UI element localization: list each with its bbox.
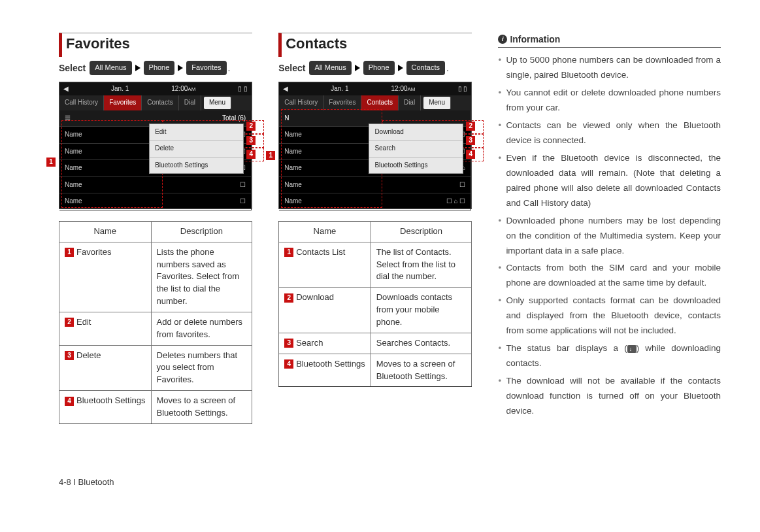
marker-icon: 2: [466, 122, 475, 131]
popup-bluetooth: Bluetooth Settings: [369, 158, 463, 174]
tab-call-history: Call History: [59, 95, 104, 110]
information-heading: i Information: [498, 33, 721, 48]
info-icon: i: [498, 35, 507, 44]
list-item: Name☐: [59, 177, 251, 194]
table-row: 4Bluetooth Settings Moves to a screen of…: [59, 391, 252, 424]
period: .: [446, 61, 449, 75]
marker-icon: 4: [466, 150, 475, 159]
table-row: 2Download Downloads contacts from your m…: [279, 288, 472, 333]
status-date: Jan. 1: [111, 84, 129, 94]
favorites-desc-table: Name Description 1Favorites Lists the ph…: [59, 221, 252, 424]
col-desc: Description: [151, 221, 252, 242]
contacts-column: Contacts Select All Menus Phone Contacts…: [278, 33, 472, 437]
chevron-right-icon: [178, 65, 183, 71]
marker-icon: 2: [246, 122, 256, 131]
chevron-right-icon: [355, 65, 360, 71]
menu-button: Menu: [204, 97, 231, 109]
tab-call-history: Call History: [279, 95, 323, 110]
path-phone: Phone: [363, 61, 395, 75]
list-item: Name☐: [59, 193, 251, 210]
marker-icon: 3: [466, 136, 475, 145]
path-contacts: Contacts: [406, 61, 445, 75]
favorites-column: Favorites Select All Menus Phone Favorit…: [59, 33, 252, 437]
table-row: 4Bluetooth Settings Moves to a screen of…: [279, 354, 472, 387]
popup-bluetooth: Bluetooth Settings: [150, 158, 243, 174]
context-menu: Download Search Bluetooth Settings: [369, 124, 463, 175]
marker-icon: 3: [246, 136, 256, 145]
col-name: Name: [279, 221, 371, 242]
tab-contacts: Contacts: [361, 95, 398, 110]
info-item: Downloaded phone numbers may be lost dep…: [498, 214, 721, 259]
info-item: Contacts can be viewed only when the Blu…: [498, 118, 721, 148]
table-row: 2Edit Add or delete numbers from favorit…: [59, 312, 252, 345]
marker-icon: 1: [46, 158, 56, 167]
contacts-title: Contacts: [278, 33, 472, 57]
info-item: The status bar displays a () while downl…: [498, 341, 721, 371]
tab-dial: Dial: [399, 95, 421, 110]
info-item: Contacts from both the SIM card and your…: [498, 261, 721, 291]
popup-edit: Edit: [150, 124, 243, 141]
popup-search: Search: [369, 141, 463, 158]
col-desc: Description: [371, 221, 472, 242]
period: .: [228, 61, 231, 75]
info-item: Only supported contacts format can be do…: [498, 293, 721, 339]
info-item: The download will not be available if th…: [498, 374, 721, 419]
select-label: Select: [59, 61, 86, 75]
table-row: 3Search Searches Contacts.: [279, 333, 472, 354]
back-icon: ◀: [63, 84, 69, 94]
status-time: 12:00: [391, 85, 408, 92]
page-footer: 4-8 I Bluetooth: [59, 476, 721, 489]
tab-contacts: Contacts: [142, 95, 178, 110]
info-item: You cannot edit or delete downloaded pho…: [498, 86, 721, 116]
select-label: Select: [278, 61, 305, 75]
contacts-screenshot: ◀ Jan. 1 12:00AM ▯ ▯ Call History Favori…: [278, 82, 472, 209]
contacts-breadcrumb: Select All Menus Phone Contacts .: [278, 61, 472, 75]
popup-download: Download: [369, 124, 463, 141]
contacts-desc-table: Name Description 1Contacts List The list…: [278, 221, 472, 388]
menu-button: Menu: [423, 97, 451, 109]
list-item: Name☐ ⌂ ☐: [279, 193, 471, 210]
tab-favorites: Favorites: [104, 95, 142, 110]
status-time: 12:00: [171, 85, 188, 92]
table-row: 1Favorites Lists the phone numbers saved…: [59, 242, 252, 312]
info-item: Even if the Bluetooth device is disconne…: [498, 151, 721, 211]
status-icons: ▯ ▯: [238, 84, 248, 94]
chevron-right-icon: [135, 65, 140, 71]
info-item: Up to 5000 phone numbers can be download…: [498, 53, 721, 83]
table-row: 3Delete Deletes numbers that you select …: [59, 345, 252, 391]
path-phone: Phone: [144, 61, 175, 75]
path-all-menus: All Menus: [90, 61, 131, 75]
information-list: Up to 5000 phone numbers can be download…: [498, 53, 721, 419]
marker-icon: 4: [246, 150, 256, 159]
tab-favorites: Favorites: [323, 95, 361, 110]
tab-dial: Dial: [179, 95, 201, 110]
list-item: Name☐: [279, 177, 471, 194]
favorites-title: Favorites: [59, 33, 252, 57]
marker-icon: 1: [266, 151, 275, 160]
context-menu: Edit Delete Bluetooth Settings: [149, 124, 244, 175]
col-name: Name: [59, 221, 152, 242]
chevron-right-icon: [398, 65, 403, 71]
path-favorites: Favorites: [186, 61, 226, 75]
status-date: Jan. 1: [331, 84, 348, 94]
favorites-breadcrumb: Select All Menus Phone Favorites .: [59, 61, 252, 75]
popup-delete: Delete: [150, 141, 243, 158]
status-icons: ▯ ▯: [458, 84, 468, 94]
path-all-menus: All Menus: [309, 61, 351, 75]
favorites-screenshot: ◀ Jan. 1 12:00AM ▯ ▯ Call History Favori…: [59, 82, 252, 209]
information-column: i Information Up to 5000 phone numbers c…: [498, 33, 721, 437]
back-icon: ◀: [283, 84, 288, 94]
download-icon: [627, 345, 636, 353]
table-row: 1Contacts List The list of Contacts. Sel…: [279, 242, 472, 288]
